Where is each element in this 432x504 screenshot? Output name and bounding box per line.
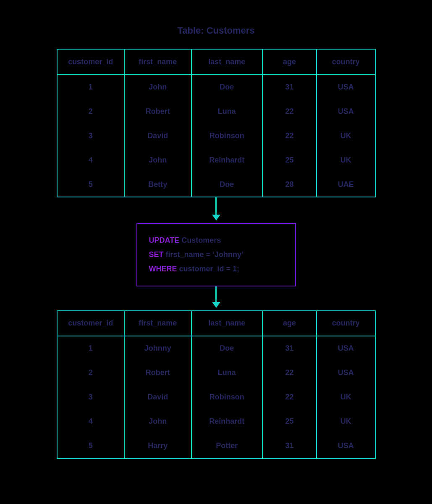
cell-age: 31 (262, 336, 317, 361)
table-title: Table: Customers (177, 25, 254, 36)
cell-id: 5 (57, 172, 124, 197)
arrow-down-icon (212, 197, 220, 223)
cell-ln: Robinson (191, 385, 262, 410)
cell-ctry: USA (317, 434, 375, 459)
sql-keyword-where: WHERE (149, 265, 177, 273)
cell-fn: Robert (124, 361, 191, 385)
sql-table-name: Customers (181, 236, 221, 244)
col-age: age (262, 49, 317, 74)
cell-ln: Doe (191, 172, 262, 197)
customers-table-after: customer_id first_name last_name age cou… (57, 310, 376, 459)
cell-ctry: UK (317, 410, 375, 434)
arrow-down-icon (212, 286, 220, 310)
cell-ln: Potter (191, 434, 262, 459)
table-row: 3 David Robinson 22 UK (57, 123, 375, 148)
col-country: country (317, 311, 375, 336)
cell-id: 2 (57, 99, 124, 123)
cell-age: 22 (262, 361, 317, 385)
cell-fn: John (124, 410, 191, 434)
cell-ctry: USA (317, 99, 375, 123)
cell-age: 28 (262, 172, 317, 197)
cell-fn: David (124, 123, 191, 148)
cell-id: 3 (57, 385, 124, 410)
cell-age: 22 (262, 99, 317, 123)
col-customer-id: customer_id (57, 311, 124, 336)
cell-id: 4 (57, 410, 124, 434)
cell-ctry: USA (317, 336, 375, 361)
cell-ln: Luna (191, 361, 262, 385)
col-last-name: last_name (191, 49, 262, 74)
cell-id: 3 (57, 123, 124, 148)
sql-where-expression: customer_id = 1; (179, 265, 240, 273)
sql-keyword-set: SET (149, 250, 164, 259)
sql-keyword-update: UPDATE (149, 236, 180, 244)
cell-ctry: UK (317, 148, 375, 172)
cell-fn: John (124, 74, 191, 99)
cell-age: 22 (262, 123, 317, 148)
cell-ln: Reinhardt (191, 148, 262, 172)
table-row: 5 Betty Doe 28 UAE (57, 172, 375, 197)
table-row: 5 Harry Potter 31 USA (57, 434, 375, 459)
table-header-row: customer_id first_name last_name age cou… (57, 49, 375, 74)
sql-set-expression: first_name = ‘Johnny’ (166, 250, 244, 259)
cell-age: 31 (262, 74, 317, 99)
cell-ln: Doe (191, 74, 262, 99)
table-row: 4 John Reinhardt 25 UK (57, 148, 375, 172)
col-age: age (262, 311, 317, 336)
cell-id: 4 (57, 148, 124, 172)
cell-ln: Reinhardt (191, 410, 262, 434)
cell-id: 5 (57, 434, 124, 459)
cell-fn: David (124, 385, 191, 410)
customers-table-before: customer_id first_name last_name age cou… (57, 49, 376, 197)
table-row: 3 David Robinson 22 UK (57, 385, 375, 410)
col-last-name: last_name (191, 311, 262, 336)
cell-age: 31 (262, 434, 317, 459)
cell-fn: Robert (124, 99, 191, 123)
cell-fn: John (124, 148, 191, 172)
cell-id: 2 (57, 361, 124, 385)
table-row: 2 Robert Luna 22 USA (57, 361, 375, 385)
cell-ctry: USA (317, 361, 375, 385)
sql-update-box: UPDATE Customers SET first_name = ‘Johnn… (136, 223, 296, 286)
cell-id: 1 (57, 336, 124, 361)
col-customer-id: customer_id (57, 49, 124, 74)
cell-ln: Doe (191, 336, 262, 361)
table-row: 1 Johnny Doe 31 USA (57, 336, 375, 361)
col-first-name: first_name (124, 311, 191, 336)
cell-ctry: UK (317, 123, 375, 148)
table-header-row: customer_id first_name last_name age cou… (57, 311, 375, 336)
cell-fn: Johnny (124, 336, 191, 361)
cell-age: 25 (262, 148, 317, 172)
cell-ln: Robinson (191, 123, 262, 148)
table-row: 4 John Reinhardt 25 UK (57, 410, 375, 434)
cell-fn: Harry (124, 434, 191, 459)
cell-age: 22 (262, 385, 317, 410)
col-first-name: first_name (124, 49, 191, 74)
table-row: 2 Robert Luna 22 USA (57, 99, 375, 123)
cell-age: 25 (262, 410, 317, 434)
cell-id: 1 (57, 74, 124, 99)
table-row: 1 John Doe 31 USA (57, 74, 375, 99)
cell-ctry: USA (317, 74, 375, 99)
cell-fn: Betty (124, 172, 191, 197)
cell-ln: Luna (191, 99, 262, 123)
cell-ctry: UK (317, 385, 375, 410)
col-country: country (317, 49, 375, 74)
cell-ctry: UAE (317, 172, 375, 197)
